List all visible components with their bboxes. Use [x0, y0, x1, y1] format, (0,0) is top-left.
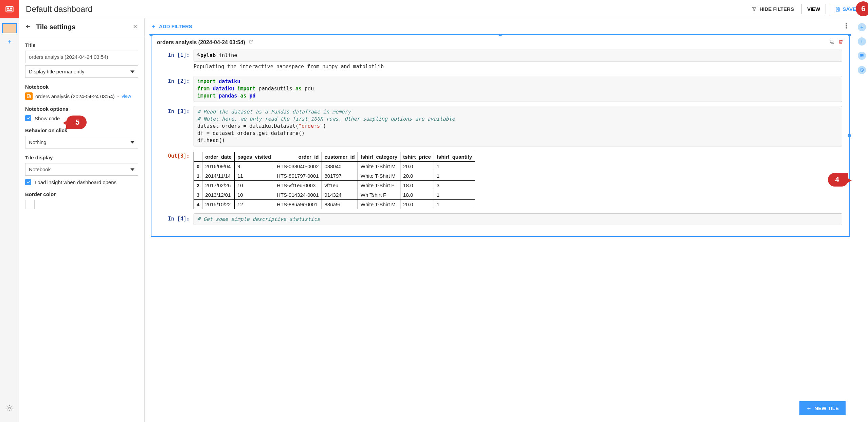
right-sidebar: [856, 18, 868, 422]
table-header: tshirt_quantity: [434, 152, 475, 162]
app-logo[interactable]: [0, 0, 19, 18]
copy-icon: [829, 39, 835, 45]
svg-point-5: [846, 23, 847, 24]
resize-handle-mr[interactable]: [848, 134, 851, 137]
title-input[interactable]: [25, 51, 138, 63]
svg-point-7: [846, 27, 847, 29]
chevron-down-icon: [130, 168, 134, 172]
load-insight-label: Load insight when dashboard opens: [35, 179, 116, 185]
table-header: customer_id: [322, 152, 358, 162]
close-icon: [132, 23, 138, 30]
delete-tile-button[interactable]: [838, 39, 844, 46]
code-cell: # Read the dataset as a Pandas dataframe…: [194, 106, 842, 146]
output-dataframe-table: order_datepages_visitedorder_idcustomer_…: [194, 152, 475, 209]
add-filters-label: ADD FILTERS: [159, 23, 192, 29]
border-color-picker[interactable]: [25, 200, 35, 209]
info-icon: [860, 39, 864, 44]
check-icon: [26, 116, 30, 120]
table-header: order_id: [274, 152, 322, 162]
save-icon: [835, 6, 840, 12]
external-link-icon: [249, 39, 253, 44]
svg-point-4: [8, 407, 10, 409]
behavior-select[interactable]: Nothing: [25, 136, 138, 148]
settings-gear-button[interactable]: [6, 405, 13, 412]
filter-icon: [752, 6, 757, 12]
view-button[interactable]: VIEW: [801, 4, 826, 14]
code-cell: import dataiku from dataiku import panda…: [194, 76, 842, 102]
arrow-left-icon: [25, 23, 31, 30]
check-icon: [26, 180, 30, 184]
title-field-label: Title: [25, 42, 138, 48]
sidebar-add-button[interactable]: [858, 23, 866, 31]
title-display-value: Display title permanently: [29, 69, 84, 74]
chevron-down-icon: [130, 140, 134, 144]
back-button[interactable]: [25, 23, 31, 31]
cell-prompt: In [4]:: [168, 216, 189, 222]
table-row: 22017/02/2610HTS-vft1eu-0003vft1euWhite …: [194, 181, 475, 190]
tile-display-value: Notebook: [29, 166, 51, 172]
page-thumbnail-selected[interactable]: [2, 23, 17, 33]
plus-icon: [7, 39, 12, 45]
plus-icon: [151, 24, 156, 29]
load-insight-checkbox[interactable]: [25, 179, 31, 185]
save-button[interactable]: SAVE: [830, 4, 861, 14]
resize-handle-tr[interactable]: [848, 34, 851, 36]
tile-display-label: Tile display: [25, 155, 138, 160]
svg-rect-9: [830, 40, 833, 43]
kebab-icon: [846, 23, 847, 29]
table-row: 12014/11/1411HTS-801797-0001801797White …: [194, 171, 475, 181]
cell-prompt: In [2]:: [168, 78, 189, 84]
cell-prompt: In [3]:: [168, 108, 189, 115]
save-label: SAVE: [843, 6, 856, 12]
sidebar-info-button[interactable]: [858, 37, 866, 46]
notebook-name: orders analysis (2024-04-24 03:54): [35, 93, 114, 99]
close-panel-button[interactable]: [132, 23, 138, 31]
svg-rect-8: [831, 41, 834, 43]
code-cell: # Get some simple descriptive statistics: [194, 213, 842, 225]
table-row: 32013/12/0110HTS-914324-0001914324Wh Tsh…: [194, 190, 475, 200]
svg-rect-1: [7, 7, 9, 9]
add-filters-button[interactable]: ADD FILTERS: [151, 23, 192, 29]
notebook-icon: [25, 92, 33, 100]
plus-icon: [806, 406, 812, 411]
chat-icon: [860, 53, 864, 58]
table-header: tshirt_price: [400, 152, 434, 162]
tile-settings-panel: Tile settings Title Display title perman…: [19, 18, 145, 422]
title-display-select[interactable]: Display title permanently: [25, 65, 138, 78]
sidebar-chat-button[interactable]: [858, 52, 866, 60]
chevron-down-icon: [130, 70, 134, 74]
gear-icon: [6, 405, 13, 411]
dashboard-canvas: ADD FILTERS orders analysis (2024-04-24 …: [145, 18, 856, 422]
svg-point-10: [862, 40, 862, 41]
hide-filters-label: HIDE FILTERS: [760, 6, 794, 12]
tile-display-select[interactable]: Notebook: [25, 163, 138, 176]
table-row: 02016/09/049HTS-038040-0002038040White T…: [194, 162, 475, 171]
canvas-menu-button[interactable]: [843, 22, 850, 31]
show-code-label: Show code: [35, 116, 60, 121]
table-row: 42015/10/2212HTS-88ua9r-000188ua9rWhite …: [194, 200, 475, 209]
dashboard-title: Default dashboard: [26, 4, 748, 14]
sidebar-history-button[interactable]: [858, 66, 866, 74]
notebook-view-link[interactable]: view: [122, 93, 131, 99]
behavior-label: Behavior on click: [25, 127, 138, 133]
open-external-button[interactable]: [249, 39, 253, 45]
svg-point-6: [846, 25, 847, 27]
copy-tile-button[interactable]: [829, 39, 835, 46]
clock-icon: [860, 68, 864, 72]
svg-rect-2: [10, 7, 12, 9]
notebook-options-label: Notebook options: [25, 106, 138, 112]
hide-filters-button[interactable]: HIDE FILTERS: [748, 4, 797, 14]
svg-rect-3: [7, 10, 12, 11]
add-page-button[interactable]: [2, 37, 17, 47]
new-tile-label: NEW TILE: [814, 405, 839, 411]
code-cell: %pylab inline: [194, 50, 842, 61]
cell-prompt: In [1]:: [168, 52, 189, 58]
new-tile-button[interactable]: NEW TILE: [799, 401, 846, 415]
table-header: [194, 152, 202, 162]
show-code-checkbox[interactable]: [25, 115, 31, 121]
cell-prompt: Out[3]:: [168, 153, 189, 159]
border-color-label: Border color: [25, 191, 138, 197]
notebook-tile[interactable]: orders analysis (2024-04-24 03:54): [151, 34, 850, 237]
tile-title: orders analysis (2024-04-24 03:54): [157, 39, 245, 46]
cell-output: Populating the interactive namespace fro…: [194, 61, 842, 72]
